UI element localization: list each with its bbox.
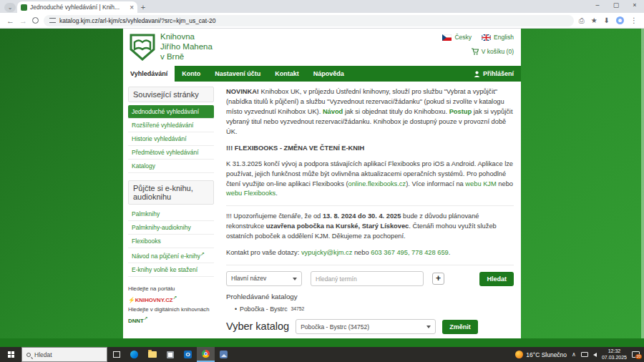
address-bar[interactable]: katalog.kjm.cz/arl-kjm/cs/vyhledavani/?s… [44,15,574,26]
page-scrollbar[interactable] [641,29,644,347]
taskbar-search[interactable]: Hledat [21,347,107,362]
external-link-icon: ↗ [144,315,148,321]
catalog-select-title: Vyber katalog [226,319,289,335]
nav-tab-kontakt[interactable]: Kontakt [268,66,306,82]
taskbar-app-chrome[interactable] [197,347,215,362]
tray-expand-chevron[interactable]: ∧ [572,351,576,358]
menu-kebab-icon[interactable]: ⋮ [630,16,638,24]
taskbar-clock[interactable]: 12:32 07.03.2025 [602,348,627,361]
reconstruction-paragraph: !!! Upozorňujeme čtenáře, že od 13. 8. 2… [226,205,514,242]
task-view-button[interactable] [107,347,125,362]
postup-link[interactable]: Postup [449,108,472,115]
online-flexibooks-link[interactable]: online.flexibooks.cz [348,180,406,187]
weather-widget[interactable]: 16°C Slunečno [515,351,567,358]
sidebar-item-palmknihy-audio[interactable]: Palmknihy-audioknihy [128,221,214,235]
contact-email-link[interactable]: vypujcky@kjm.cz [301,249,352,256]
external-link-icon: ↗ [200,251,205,256]
photos-icon [220,351,228,358]
news-paragraph-knihobox: NOVINKA! Knihobox UK, v průjezdu Ústředn… [226,87,514,137]
site-settings-icon[interactable] [49,18,56,23]
flexibooks-paragraph: K 31.3.2025 končí vývoj a podpora stávaj… [226,160,514,200]
system-tray: 16°C Slunečno ∧ 12:32 07.03.2025 20 [515,347,644,362]
start-button[interactable] [0,347,21,362]
searched-catalogs-heading: Prohledávané katalogy [226,292,514,303]
sidebar-item-flexibooks[interactable]: Flexibooks [128,235,214,248]
language-switcher: Česky English [442,34,514,41]
portal-links: Hledejte na portálu ⚡KNIHOVNY.CZ↗ Hledej… [128,284,214,326]
tab-search-button[interactable]: ⌄ [4,3,16,12]
window-maximize-button[interactable]: ▢ [607,0,625,10]
search-term-input[interactable] [311,271,424,286]
contact-phone-link[interactable]: 603 367 495, 778 428 659 [371,249,449,256]
sidebar-item-jednoduche[interactable]: Jednoduché vyhledávání [128,105,214,119]
screen: ⌄ Jednoduché vyhledávání | Knih... × + –… [0,0,644,362]
send-to-device-icon[interactable]: ⎙ [579,16,585,25]
sun-icon [515,351,523,358]
notification-center-icon[interactable]: 20 [632,351,640,358]
bookmark-star-icon[interactable]: ★ [591,16,597,24]
nav-tab-nastaveni-uctu[interactable]: Nastavení účtu [208,66,268,82]
back-button[interactable]: ← [6,16,14,25]
window-minimize-button[interactable]: – [588,0,607,10]
change-catalog-button[interactable]: Změnit [442,320,478,334]
taskbar-app-explorer[interactable] [143,347,161,362]
nav-tab-konto[interactable]: Konto [175,66,208,82]
reload-button[interactable] [32,17,39,24]
taskbar: Hledat O 16°C Slunečno ∧ 12:32 07.03.202… [0,347,644,362]
search-submit-button[interactable]: Hledat [479,272,514,286]
browser-tab[interactable]: Jednoduché vyhledávání | Knih... × [17,1,137,13]
user-icon [474,71,480,77]
network-icon[interactable] [581,352,588,357]
windows-logo-icon [8,351,14,358]
window-close-button[interactable]: × [625,0,644,10]
new-tab-button[interactable]: + [137,3,149,11]
page-body: Související stránky Jednoduché vyhledává… [123,82,521,338]
url-text: katalog.kjm.cz/arl-kjm/cs/vyhledavani/?s… [59,17,215,24]
cart-link[interactable]: V košíku (0) [471,48,514,55]
web-kjm-link[interactable]: webu KJM [465,180,496,187]
web-flexibooks-link[interactable]: webu Flexibooks [226,190,275,197]
sidebar-item-predmetove[interactable]: Předmětové vyhledávání [128,146,214,160]
notification-badge: 20 [635,354,642,359]
main-navigation: Vyhledávání Konto Nastavení účtu Kontakt… [123,66,521,82]
toolbar-icons: ⎙ ★ ⬇ ☻ ⋮ [579,16,638,25]
forward-button[interactable]: → [19,16,27,25]
taskbar-app-photos[interactable] [215,347,233,362]
sidebar-item-eknihy-stazeni[interactable]: E-knihy volně ke stažení [128,263,214,277]
web-page: Knihovna Jiřího Mahena v Brně Česky [0,29,644,347]
taskbar-app-outlook[interactable]: O [179,347,197,362]
nav-tab-napoveda[interactable]: Nápověda [306,66,351,82]
speaker-icon[interactable] [593,353,597,357]
profile-avatar[interactable]: ☻ [616,16,624,24]
lang-english-link[interactable]: English [482,34,514,41]
portal-knihovny-link[interactable]: Hledejte na portálu ⚡KNIHOVNY.CZ↗ [128,284,214,305]
library-logo-icon [129,33,156,62]
search-icon [26,353,31,357]
sidebar-item-navod-epujceni[interactable]: Návod na půjčení e-knihy↗ [128,248,214,263]
sidebar-item-katalogy[interactable]: Katalogy [128,160,214,173]
catalog-select[interactable]: Pobočka - Bystrc (34752) [296,319,436,334]
tab-close-icon[interactable]: × [130,4,134,11]
sidebar: Související stránky Jednoduché vyhledává… [123,82,218,338]
login-button[interactable]: Přihlášení [467,66,521,82]
microsoft-store-icon [167,351,174,358]
sidebar-item-rozsirene[interactable]: Rozšířené vyhledávání [128,119,214,132]
taskbar-app-store[interactable] [161,347,179,362]
sidebar-list-ebooks: Palmknihy Palmknihy-audioknihy Flexibook… [128,207,214,277]
search-field-select[interactable]: Hlavní název [226,271,302,286]
download-icon[interactable]: ⬇ [604,16,610,24]
portal-dnnt-link[interactable]: Hledejte v digitálních knihovnách DNNT↗ [128,305,214,326]
chevron-down-icon [293,278,297,280]
nav-tab-vyhledavani[interactable]: Vyhledávání [123,66,175,82]
add-search-row-button[interactable]: + [432,273,444,285]
sidebar-item-historie[interactable]: Historie vyhledávání [128,132,214,146]
sidebar-item-palmknihy[interactable]: Palmknihy [128,207,214,221]
catalog-code: 34752 [291,306,304,311]
lang-czech-link[interactable]: Česky [442,34,472,41]
tab-title: Jednoduché vyhledávání | Knih... [30,4,127,11]
taskbar-app-edge[interactable] [125,347,143,362]
window-controls: – ▢ × [588,0,644,10]
sidebar-list-search: Jednoduché vyhledávání Rozšířené vyhledá… [128,105,214,173]
browser-toolbar: ← → katalog.kjm.cz/arl-kjm/cs/vyhledavan… [0,13,644,29]
navod-link[interactable]: Návod [323,108,343,115]
